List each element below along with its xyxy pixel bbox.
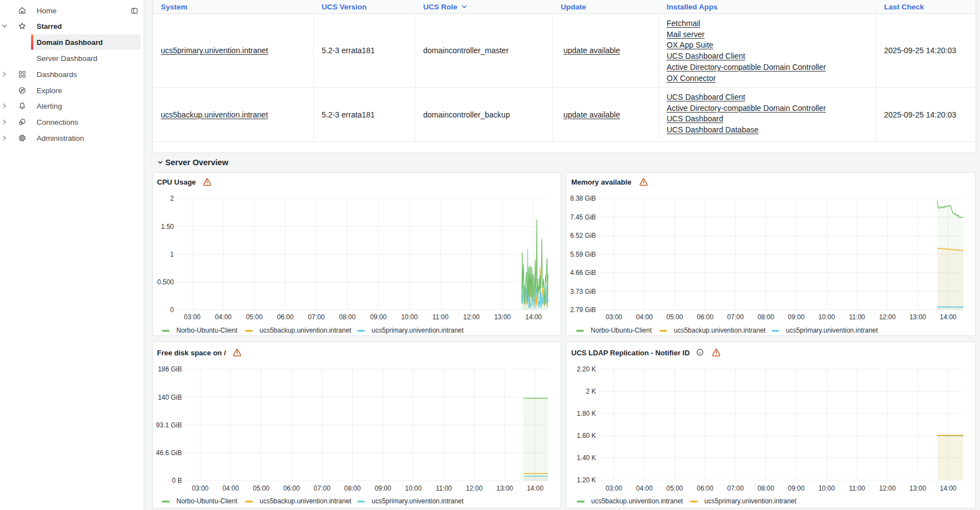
svg-text:08:00: 08:00 — [339, 313, 356, 321]
svg-text:14:00: 14:00 — [525, 313, 542, 321]
svg-text:2: 2 — [170, 195, 174, 202]
svg-text:Norbo-Ubuntu-Client: Norbo-Ubuntu-Client — [176, 327, 238, 334]
svg-text:6.52 GiB: 6.52 GiB — [570, 232, 596, 239]
svg-text:03:00: 03:00 — [192, 484, 209, 492]
svg-text:ucs5primary.univention.intrane: ucs5primary.univention.intranet — [786, 327, 879, 334]
svg-text:09:00: 09:00 — [788, 484, 805, 492]
svg-text:ucs5backup.univention.intranet: ucs5backup.univention.intranet — [260, 327, 352, 334]
svg-text:1.20 K: 1.20 K — [577, 476, 596, 484]
svg-text:12:00: 12:00 — [466, 484, 483, 492]
svg-text:3.73 GiB: 3.73 GiB — [570, 288, 596, 295]
svg-text:08:00: 08:00 — [344, 484, 360, 492]
svg-text:12:00: 12:00 — [879, 484, 896, 492]
svg-text:10:00: 10:00 — [818, 484, 835, 492]
svg-text:1.40 K: 1.40 K — [577, 454, 596, 462]
svg-text:05:00: 05:00 — [246, 313, 262, 321]
svg-text:10:00: 10:00 — [818, 313, 835, 321]
svg-text:09:00: 09:00 — [788, 313, 805, 321]
svg-text:04:00: 04:00 — [215, 313, 231, 321]
svg-text:13:00: 13:00 — [910, 484, 926, 492]
svg-text:11:00: 11:00 — [849, 484, 865, 492]
svg-text:13:00: 13:00 — [494, 313, 511, 321]
svg-text:Norbo-Ubuntu-Client: Norbo-Ubuntu-Client — [591, 327, 652, 334]
svg-text:0 B: 0 B — [172, 477, 182, 484]
svg-text:12:00: 12:00 — [463, 313, 480, 321]
svg-text:46.6 GiB: 46.6 GiB — [156, 449, 182, 457]
svg-text:09:00: 09:00 — [370, 313, 387, 321]
svg-text:2.20 K: 2.20 K — [577, 365, 596, 373]
svg-text:10:00: 10:00 — [401, 313, 418, 321]
svg-text:1: 1 — [170, 251, 174, 258]
svg-text:140 GiB: 140 GiB — [158, 394, 182, 401]
svg-text:10:00: 10:00 — [405, 484, 422, 492]
svg-text:04:00: 04:00 — [636, 484, 653, 492]
svg-text:ucs5backup.univention.intranet: ucs5backup.univention.intranet — [260, 497, 352, 505]
svg-text:2 K: 2 K — [586, 387, 596, 395]
svg-text:7.45 GiB: 7.45 GiB — [570, 213, 596, 221]
svg-text:07:00: 07:00 — [314, 484, 331, 492]
svg-text:5.59 GiB: 5.59 GiB — [570, 251, 596, 258]
svg-text:12:00: 12:00 — [879, 313, 896, 321]
svg-text:09:00: 09:00 — [374, 484, 391, 492]
svg-text:CPU Usage: CPU Usage — [157, 178, 196, 186]
svg-text:06:00: 06:00 — [277, 313, 293, 321]
svg-text:UCS LDAP Replication - Notifie: UCS LDAP Replication - Notifier ID — [571, 349, 690, 357]
svg-text:03:00: 03:00 — [184, 313, 200, 321]
svg-text:Memory available: Memory available — [571, 178, 631, 186]
svg-text:ucs5primary.univention.intrane: ucs5primary.univention.intranet — [372, 327, 464, 334]
svg-text:08:00: 08:00 — [758, 484, 774, 492]
svg-text:03:00: 03:00 — [606, 313, 622, 321]
svg-text:Free disk space on /: Free disk space on / — [157, 349, 226, 357]
svg-text:13:00: 13:00 — [910, 313, 926, 321]
svg-text:ucs5primary.univention.intrane: ucs5primary.univention.intranet — [372, 497, 464, 505]
svg-text:1.50: 1.50 — [161, 223, 174, 231]
svg-text:8.38 GiB: 8.38 GiB — [570, 195, 596, 202]
svg-text:11:00: 11:00 — [436, 484, 452, 492]
svg-text:0.500: 0.500 — [157, 278, 174, 286]
svg-text:08:00: 08:00 — [758, 313, 774, 321]
svg-text:03:00: 03:00 — [606, 484, 622, 492]
svg-text:14:00: 14:00 — [527, 484, 544, 492]
svg-text:04:00: 04:00 — [222, 484, 239, 492]
svg-text:ucs5primary.univention.intrane: ucs5primary.univention.intranet — [704, 497, 797, 505]
svg-text:06:00: 06:00 — [697, 313, 713, 321]
svg-text:2.79 GiB: 2.79 GiB — [570, 306, 596, 314]
svg-text:0: 0 — [170, 306, 174, 314]
svg-text:05:00: 05:00 — [666, 313, 683, 321]
svg-text:05:00: 05:00 — [253, 484, 270, 492]
svg-text:Norbo-Ubuntu-Client: Norbo-Ubuntu-Client — [176, 497, 238, 505]
svg-text:11:00: 11:00 — [849, 313, 865, 321]
svg-text:14:00: 14:00 — [940, 313, 956, 321]
svg-text:ucs5backup.univention.intranet: ucs5backup.univention.intranet — [591, 497, 683, 505]
svg-text:14:00: 14:00 — [940, 484, 956, 492]
svg-text:ucs5backup.univention.intranet: ucs5backup.univention.intranet — [674, 327, 766, 334]
svg-text:06:00: 06:00 — [697, 484, 713, 492]
svg-text:93.1 GiB: 93.1 GiB — [156, 421, 182, 429]
svg-text:13:00: 13:00 — [496, 484, 513, 492]
svg-text:1.80 K: 1.80 K — [577, 410, 596, 417]
svg-text:07:00: 07:00 — [308, 313, 324, 321]
svg-text:11:00: 11:00 — [433, 313, 449, 321]
svg-text:07:00: 07:00 — [727, 313, 744, 321]
svg-text:06:00: 06:00 — [283, 484, 300, 492]
svg-text:1.60 K: 1.60 K — [577, 432, 596, 440]
svg-text:07:00: 07:00 — [727, 484, 744, 492]
svg-text:05:00: 05:00 — [666, 484, 683, 492]
svg-text:04:00: 04:00 — [636, 313, 653, 321]
svg-text:4.66 GiB: 4.66 GiB — [570, 269, 596, 277]
svg-text:186 GiB: 186 GiB — [158, 365, 182, 373]
